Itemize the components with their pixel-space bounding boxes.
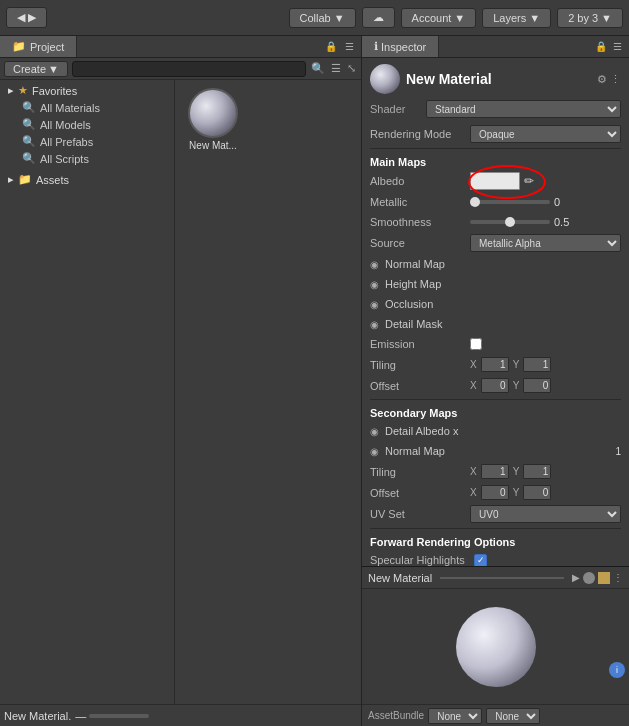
source-dropdown[interactable]: Metallic Alpha xyxy=(470,234,621,252)
sec-offset-y-input[interactable] xyxy=(523,485,551,500)
star-icon: ★ xyxy=(18,84,28,97)
shader-dropdown[interactable]: Standard xyxy=(426,100,621,118)
back-icon: ◀ xyxy=(17,11,25,24)
lock-tab-btn[interactable]: 🔒 xyxy=(322,40,340,53)
inspector-tab[interactable]: ℹ Inspector xyxy=(362,36,439,57)
assets-section: ▸ 📁 Assets xyxy=(0,169,174,190)
assets-folder-icon: 📁 xyxy=(18,173,32,186)
detail-mask-label: Detail Mask xyxy=(385,318,442,330)
project-tab[interactable]: 📁 Project xyxy=(0,36,77,57)
emission-value xyxy=(470,338,621,350)
asset-item-new-material[interactable]: New Mat... xyxy=(183,88,243,151)
sidebar-item-all-models[interactable]: 🔍 All Models xyxy=(0,116,174,133)
account-label: Account xyxy=(412,12,452,24)
account-arrow: ▼ xyxy=(454,12,465,24)
asset-bundle-dropdown-1[interactable]: None xyxy=(428,708,482,724)
sidebar-item-all-prefabs[interactable]: 🔍 All Prefabs xyxy=(0,133,174,150)
preview-title: New Material xyxy=(368,572,432,584)
height-map-dot: ◉ xyxy=(370,279,379,290)
tiling-y-label: Y xyxy=(513,359,520,370)
albedo-value: ✏ xyxy=(470,172,621,190)
favorites-section: ▸ ★ Favorites 🔍 All Materials 🔍 All Mode… xyxy=(0,80,174,169)
metallic-num: 0 xyxy=(554,196,574,208)
inspector-tab-bar: ℹ Inspector 🔒 ☰ xyxy=(362,36,629,58)
expand-btn[interactable]: ⤡ xyxy=(346,61,357,76)
tiling-x-input[interactable] xyxy=(481,357,509,372)
create-arrow: ▼ xyxy=(48,63,59,75)
left-bottom-bar: New Material. — xyxy=(0,704,361,726)
header-icons: ⚙ ⋮ xyxy=(597,73,621,86)
preview-play-btn[interactable]: ▶ xyxy=(572,572,580,584)
zoom-slider[interactable] xyxy=(89,714,149,718)
preview-sphere-area: i xyxy=(362,589,629,704)
preview-title-bar: New Material ▶ ⋮ xyxy=(362,567,629,589)
inspector-menu-btn[interactable]: ☰ xyxy=(610,40,625,53)
rendering-mode-dropdown[interactable]: Opaque xyxy=(470,125,621,143)
smoothness-slider[interactable] xyxy=(470,220,550,224)
layout-arrow: ▼ xyxy=(601,12,612,24)
create-button[interactable]: Create ▼ xyxy=(4,61,68,77)
preview-circle-btn[interactable] xyxy=(583,572,595,584)
albedo-label: Albedo xyxy=(370,175,470,187)
inspector-lock-btn[interactable]: 🔒 xyxy=(592,40,610,53)
asset-bundle-dropdown-2[interactable]: None xyxy=(486,708,540,724)
settings-tab-btn[interactable]: ☰ xyxy=(342,40,357,53)
layout-label: 2 by 3 xyxy=(568,12,598,24)
sec-tiling-y-input[interactable] xyxy=(523,464,551,479)
metallic-label: Metallic xyxy=(370,196,470,208)
offset-x-input[interactable] xyxy=(481,378,509,393)
preview-menu-btn[interactable]: ⋮ xyxy=(613,572,623,584)
material-settings-btn[interactable]: ⚙ xyxy=(597,73,607,86)
inspector-content: New Material ⚙ ⋮ Shader Standard Renderi… xyxy=(362,58,629,566)
cloud-button[interactable]: ☁ xyxy=(362,7,395,28)
specular-checkbox[interactable]: ✓ xyxy=(474,554,487,567)
sec-offset-x-input[interactable] xyxy=(481,485,509,500)
sec-normal-map-row: ◉ Normal Map 1 xyxy=(370,441,621,461)
assets-tree-header[interactable]: ▸ 📁 Assets xyxy=(0,171,174,188)
shader-row: Shader Standard xyxy=(362,98,629,120)
search-icon-sm4: 🔍 xyxy=(22,152,36,165)
rendering-mode-label: Rendering Mode xyxy=(370,128,470,140)
offset-x-label: X xyxy=(470,380,477,391)
sidebar-item-all-materials[interactable]: 🔍 All Materials xyxy=(0,99,174,116)
account-button[interactable]: Account ▼ xyxy=(401,8,477,28)
uv-set-row: UV Set UV0 xyxy=(370,503,621,525)
sec-tiling-x-input[interactable] xyxy=(481,464,509,479)
collab-button[interactable]: Collab ▼ xyxy=(289,8,356,28)
tiling-y-input[interactable] xyxy=(523,357,551,372)
main-layout: 📁 Project 🔒 ☰ Create ▼ 🔍 ☰ ⤡ xyxy=(0,36,629,726)
metallic-slider[interactable] xyxy=(470,200,550,204)
forward-icon: ▶ xyxy=(28,11,36,24)
divider-1 xyxy=(370,148,621,149)
material-menu-btn[interactable]: ⋮ xyxy=(610,73,621,86)
emission-checkbox[interactable] xyxy=(470,338,482,350)
back-forward-btn[interactable]: ◀ ▶ xyxy=(6,7,47,28)
search-input[interactable] xyxy=(72,61,306,77)
height-map-label: Height Map xyxy=(385,278,441,290)
zoom-slider-container: — xyxy=(75,710,149,722)
all-prefabs-label: All Prefabs xyxy=(40,136,93,148)
search-icon-sm3: 🔍 xyxy=(22,135,36,148)
inspector-body: Rendering Mode Opaque Main Maps Albedo xyxy=(362,120,629,566)
rendering-mode-row: Rendering Mode Opaque xyxy=(370,123,621,145)
favorites-header[interactable]: ▸ ★ Favorites xyxy=(0,82,174,99)
assets-main: New Mat... xyxy=(175,80,361,704)
layers-button[interactable]: Layers ▼ xyxy=(482,8,551,28)
inspector-header: New Material ⚙ ⋮ xyxy=(362,58,629,98)
search-btn[interactable]: 🔍 xyxy=(310,61,326,76)
occlusion-row: ◉ Occlusion xyxy=(370,294,621,314)
preview-square-btn[interactable] xyxy=(598,572,610,584)
uv-set-dropdown[interactable]: UV0 xyxy=(470,505,621,523)
sec-offset-label: Offset xyxy=(370,487,470,499)
eyedropper-btn[interactable]: ✏ xyxy=(524,174,534,188)
collab-arrow: ▼ xyxy=(334,12,345,24)
offset-y-input[interactable] xyxy=(523,378,551,393)
left-panel: 📁 Project 🔒 ☰ Create ▼ 🔍 ☰ ⤡ xyxy=(0,36,362,726)
layers-arrow: ▼ xyxy=(529,12,540,24)
layout-button[interactable]: 2 by 3 ▼ xyxy=(557,8,623,28)
albedo-color-swatch[interactable] xyxy=(470,172,520,190)
sidebar-item-all-scripts[interactable]: 🔍 All Scripts xyxy=(0,150,174,167)
search-icon-sm2: 🔍 xyxy=(22,118,36,131)
mat-preview-sphere xyxy=(370,64,400,94)
filter-btn[interactable]: ☰ xyxy=(330,61,342,76)
